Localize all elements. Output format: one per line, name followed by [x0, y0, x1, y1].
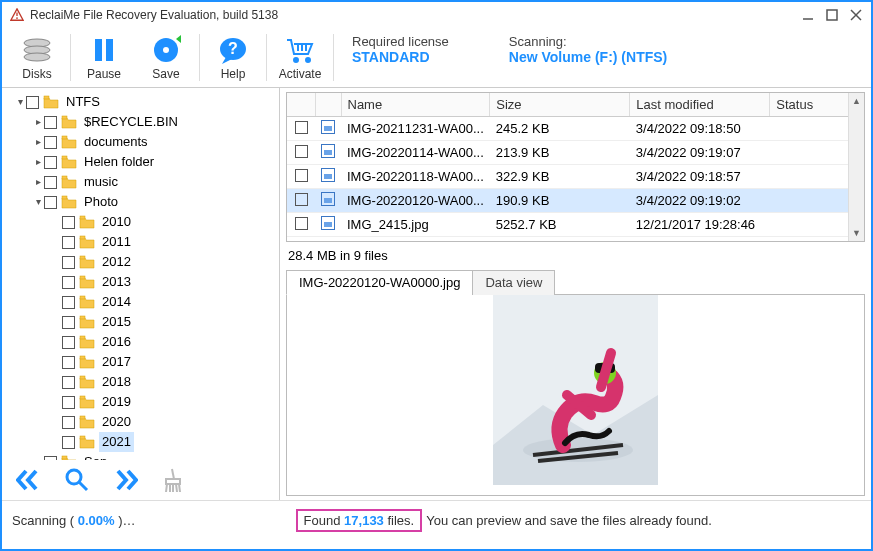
tree-item[interactable]: ▾NTFS	[6, 92, 275, 112]
tree-item-label: 2014	[99, 292, 134, 312]
svg-line-53	[176, 484, 177, 492]
close-button[interactable]	[849, 8, 863, 22]
svg-rect-32	[80, 276, 85, 279]
license-value[interactable]: STANDARD	[352, 49, 449, 65]
disks-icon	[20, 35, 54, 65]
table-scrollbar[interactable]: ▲ ▼	[848, 93, 864, 241]
tree-item[interactable]: ▾Photo	[6, 192, 275, 212]
tree-checkbox[interactable]	[44, 456, 57, 461]
svg-rect-40	[80, 436, 85, 439]
tree-item[interactable]: 2013	[6, 272, 275, 292]
folder-icon	[79, 254, 95, 270]
tree-checkbox[interactable]	[62, 296, 75, 309]
tree-item[interactable]: ▸$RECYCLE.BIN	[6, 112, 275, 132]
tree-checkbox[interactable]	[62, 236, 75, 249]
help-icon: ?	[218, 35, 248, 65]
tree-checkbox[interactable]	[62, 216, 75, 229]
folder-tree[interactable]: ▾NTFS▸$RECYCLE.BIN▸documents▸Helen folde…	[6, 92, 275, 460]
tree-toggle-icon[interactable]: ▸	[32, 132, 44, 152]
tree-toggle-icon[interactable]: ▸	[32, 172, 44, 192]
image-file-icon	[321, 192, 335, 206]
svg-rect-10	[95, 39, 102, 61]
tree-item[interactable]: ▸documents	[6, 132, 275, 152]
tree-toggle-icon[interactable]: ▸	[32, 452, 44, 460]
tree-checkbox[interactable]	[62, 436, 75, 449]
activate-button[interactable]: Activate	[269, 28, 331, 87]
table-row[interactable]: IMG-20220114-WA00...213.9 KB3/4/2022 09:…	[287, 141, 864, 165]
cell-size: 245.2 KB	[490, 117, 630, 141]
minimize-button[interactable]	[801, 8, 815, 22]
row-checkbox[interactable]	[295, 169, 308, 182]
tree-checkbox[interactable]	[44, 136, 57, 149]
cell-name: IMG-20220118-WA00...	[341, 165, 490, 189]
tree-checkbox[interactable]	[62, 336, 75, 349]
col-modified[interactable]: Last modified	[630, 93, 770, 117]
tree-checkbox[interactable]	[62, 356, 75, 369]
tree-item[interactable]: 2014	[6, 292, 275, 312]
save-button[interactable]: Save	[135, 28, 197, 87]
tree-checkbox[interactable]	[62, 416, 75, 429]
cell-size: 5252.7 KB	[490, 213, 630, 237]
file-table[interactable]: Name Size Last modified Status IMG-20211…	[286, 92, 865, 242]
scroll-up-icon[interactable]: ▲	[849, 93, 864, 109]
cell-size: 213.9 KB	[490, 141, 630, 165]
row-checkbox[interactable]	[295, 145, 308, 158]
tree-item[interactable]: ▸Helen folder	[6, 152, 275, 172]
tree-toggle-icon[interactable]: ▸	[32, 152, 44, 172]
table-row[interactable]: IMG-20211231-WA00...245.2 KB3/4/2022 09:…	[287, 117, 864, 141]
help-button[interactable]: ? Help	[202, 28, 264, 87]
folder-icon	[61, 174, 77, 190]
cell-size: 322.9 KB	[490, 165, 630, 189]
col-name[interactable]: Name	[341, 93, 490, 117]
tree-item[interactable]: ▸Son	[6, 452, 275, 460]
tree-item[interactable]: 2018	[6, 372, 275, 392]
tree-checkbox[interactable]	[62, 256, 75, 269]
tree-item[interactable]: 2016	[6, 332, 275, 352]
tree-checkbox[interactable]	[44, 116, 57, 129]
col-size[interactable]: Size	[490, 93, 630, 117]
tree-item[interactable]: 2020	[6, 412, 275, 432]
tree-item[interactable]: 2019	[6, 392, 275, 412]
scan-progress: Scanning ( 0.00% )…	[12, 513, 136, 528]
tree-toggle-icon[interactable]: ▾	[14, 92, 26, 112]
tree-checkbox[interactable]	[44, 196, 57, 209]
nav-back-button[interactable]	[16, 468, 42, 492]
pause-button[interactable]: Pause	[73, 28, 135, 87]
tree-checkbox[interactable]	[62, 396, 75, 409]
row-checkbox[interactable]	[295, 121, 308, 134]
cleanup-button[interactable]	[160, 467, 184, 493]
tree-checkbox[interactable]	[44, 156, 57, 169]
row-checkbox[interactable]	[295, 217, 308, 230]
scroll-down-icon[interactable]: ▼	[849, 225, 864, 241]
row-checkbox[interactable]	[295, 193, 308, 206]
tree-item[interactable]: 2015	[6, 312, 275, 332]
tree-item[interactable]: 2017	[6, 352, 275, 372]
tree-item[interactable]: 2011	[6, 232, 275, 252]
tab-preview-file[interactable]: IMG-20220120-WA0000.jpg	[286, 270, 473, 295]
tree-item-label: 2017	[99, 352, 134, 372]
nav-forward-button[interactable]	[112, 468, 138, 492]
tree-item[interactable]: ▸music	[6, 172, 275, 192]
tree-item[interactable]: 2010	[6, 212, 275, 232]
table-row[interactable]: IMG_2415.jpg5252.7 KB12/21/2017 19:28:46	[287, 213, 864, 237]
svg-rect-25	[62, 136, 67, 139]
svg-rect-36	[80, 356, 85, 359]
tree-item[interactable]: 2012	[6, 252, 275, 272]
table-row[interactable]: IMG-20220120-WA00...190.9 KB3/4/2022 09:…	[287, 189, 864, 213]
table-row[interactable]: IMG-20220118-WA00...322.9 KB3/4/2022 09:…	[287, 165, 864, 189]
scanning-value[interactable]: New Volume (F:) (NTFS)	[509, 49, 667, 65]
tree-checkbox[interactable]	[62, 316, 75, 329]
tree-item[interactable]: 2021	[6, 432, 275, 452]
search-button[interactable]	[64, 467, 90, 493]
tree-checkbox[interactable]	[62, 376, 75, 389]
tree-checkbox[interactable]	[44, 176, 57, 189]
svg-rect-33	[80, 296, 85, 299]
tree-item-label: 2020	[99, 412, 134, 432]
tree-toggle-icon[interactable]: ▸	[32, 112, 44, 132]
tree-toggle-icon[interactable]: ▾	[32, 192, 44, 212]
tree-checkbox[interactable]	[26, 96, 39, 109]
tree-checkbox[interactable]	[62, 276, 75, 289]
disks-button[interactable]: Disks	[6, 28, 68, 87]
maximize-button[interactable]	[825, 8, 839, 22]
tab-data-view[interactable]: Data view	[472, 270, 555, 295]
